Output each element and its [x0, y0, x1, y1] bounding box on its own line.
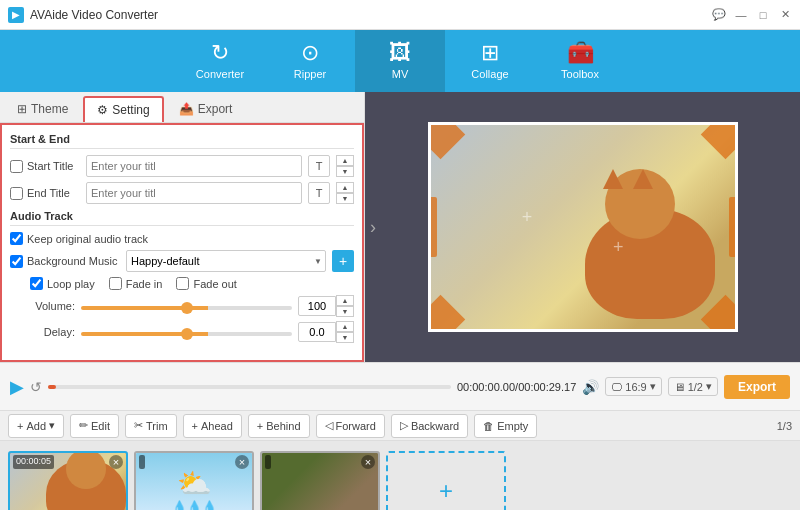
edit-btn[interactable]: ✏ Edit: [70, 414, 119, 438]
background-music-label: Background Music: [10, 255, 120, 268]
export-button[interactable]: Export: [724, 375, 790, 399]
keep-original-checkbox[interactable]: [10, 232, 23, 245]
volume-value: 100: [298, 296, 336, 316]
side-decoration-left: [431, 197, 437, 257]
keep-original-row: Keep original audio track: [10, 232, 354, 245]
ahead-icon: +: [192, 420, 198, 432]
window-minimize-btn[interactable]: —: [734, 8, 748, 22]
end-title-input[interactable]: [86, 182, 302, 204]
empty-btn[interactable]: 🗑 Empty: [474, 414, 537, 438]
audio-track-title: Audio Track: [10, 210, 354, 226]
delay-slider[interactable]: [81, 332, 292, 336]
clip1-close-btn[interactable]: ×: [109, 455, 123, 469]
ahead-btn[interactable]: + Ahead: [183, 414, 242, 438]
nav-collage-label: Collage: [471, 68, 508, 80]
tab-theme[interactable]: ⊞ Theme: [4, 96, 81, 122]
end-title-checkbox[interactable]: [10, 187, 23, 200]
film-clip-1[interactable]: 00:00:05 × ▶ ✂ ⚙: [8, 451, 128, 511]
corner-decoration-bl: [431, 295, 465, 329]
time-current: 00:00:00.00: [457, 381, 515, 393]
timeline-toolbar: + Add ▾ ✏ Edit ✂ Trim + Ahead + Behind ◁…: [0, 410, 800, 440]
volume-icon[interactable]: 🔊: [582, 379, 599, 395]
add-icon: +: [17, 420, 23, 432]
fade-out-label: Fade out: [176, 277, 236, 290]
cat-figure: [565, 169, 725, 319]
preview-arrow[interactable]: ›: [370, 217, 376, 238]
collage-icon: ⊞: [481, 42, 499, 64]
behind-btn[interactable]: + Behind: [248, 414, 310, 438]
setting-tab-icon: ⚙: [97, 103, 108, 117]
add-btn[interactable]: + Add ▾: [8, 414, 64, 438]
replay-button[interactable]: ↺: [30, 379, 42, 395]
window-comment-btn[interactable]: 💬: [712, 8, 726, 22]
clip2-duration: [139, 455, 145, 469]
theme-tab-icon: ⊞: [17, 102, 27, 116]
music-dropdown[interactable]: Happy-default None Custom: [126, 250, 326, 272]
clip2-top: ×: [136, 453, 252, 471]
nav-mv-label: MV: [392, 68, 409, 80]
end-title-format-btn[interactable]: T: [308, 182, 330, 204]
film-clip-2[interactable]: ⛅ 💧💧💧 ×: [134, 451, 254, 511]
play-button[interactable]: ▶: [10, 376, 24, 398]
nav-collage[interactable]: ⊞ Collage: [445, 30, 535, 92]
music-add-btn[interactable]: +: [332, 250, 354, 272]
clip1-top: 00:00:05 ×: [10, 453, 126, 471]
end-title-up-btn[interactable]: ▲: [336, 182, 354, 193]
delay-value: 0.0: [298, 322, 336, 342]
delay-label: Delay:: [20, 326, 75, 338]
film-add-clip[interactable]: +: [386, 451, 506, 511]
volume-slider-wrap: [81, 299, 292, 313]
loop-play-label: Loop play: [30, 277, 95, 290]
clip3-duration: [265, 455, 271, 469]
trim-btn[interactable]: ✂ Trim: [125, 414, 177, 438]
time-total: 00:00:29.17: [518, 381, 576, 393]
nav-converter[interactable]: ↻ Converter: [175, 30, 265, 92]
quality-value: 1/2: [688, 381, 703, 393]
film-clip-3[interactable]: ×: [260, 451, 380, 511]
fade-in-checkbox[interactable]: [109, 277, 122, 290]
volume-down-btn[interactable]: ▼: [336, 306, 354, 317]
nav-ripper[interactable]: ⊙ Ripper: [265, 30, 355, 92]
background-music-checkbox[interactable]: [10, 255, 23, 268]
start-title-input[interactable]: [86, 155, 302, 177]
window-maximize-btn[interactable]: □: [756, 8, 770, 22]
fade-out-checkbox[interactable]: [176, 277, 189, 290]
mv-icon: 🖼: [389, 42, 411, 64]
tab-export[interactable]: 📤 Export: [166, 96, 246, 122]
audio-options-row: Loop play Fade in Fade out: [10, 277, 354, 290]
nav-toolbox[interactable]: 🧰 Toolbox: [535, 30, 625, 92]
start-title-up-btn[interactable]: ▲: [336, 155, 354, 166]
quality-chevron: ▾: [706, 380, 712, 393]
volume-up-btn[interactable]: ▲: [336, 295, 354, 306]
delay-arrows: ▲ ▼: [336, 321, 354, 343]
progress-track[interactable]: [48, 385, 451, 389]
quality-selector[interactable]: 🖥 1/2 ▾: [668, 377, 718, 396]
nav-mv[interactable]: 🖼 MV: [355, 30, 445, 92]
right-panel: ›: [365, 92, 800, 362]
nav-converter-label: Converter: [196, 68, 244, 80]
delay-up-btn[interactable]: ▲: [336, 321, 354, 332]
clip2-close-btn[interactable]: ×: [235, 455, 249, 469]
forward-btn[interactable]: ◁ Forward: [316, 414, 385, 438]
backward-btn[interactable]: ▷ Backward: [391, 414, 468, 438]
window-close-btn[interactable]: ✕: [778, 8, 792, 22]
end-title-label: End Title: [10, 187, 80, 200]
loop-play-checkbox[interactable]: [30, 277, 43, 290]
delay-down-btn[interactable]: ▼: [336, 332, 354, 343]
start-end-title: Start & End: [10, 133, 354, 149]
app-title: AVAide Video Converter: [30, 8, 712, 22]
background-music-row: Background Music Happy-default None Cust…: [10, 250, 354, 272]
end-title-down-btn[interactable]: ▼: [336, 193, 354, 204]
tab-setting[interactable]: ⚙ Setting: [83, 96, 163, 122]
empty-icon: 🗑: [483, 420, 494, 432]
start-title-down-btn[interactable]: ▼: [336, 166, 354, 177]
start-title-format-btn[interactable]: T: [308, 155, 330, 177]
preview-image: + +: [431, 125, 735, 329]
volume-slider[interactable]: [81, 306, 292, 310]
left-panel: ⊞ Theme ⚙ Setting 📤 Export Start & End S…: [0, 92, 365, 362]
volume-row: Volume: 100 ▲ ▼: [10, 295, 354, 317]
clip3-close-btn[interactable]: ×: [361, 455, 375, 469]
quality-icon: 🖥: [674, 381, 685, 393]
aspect-ratio-selector[interactable]: 🖵 16:9 ▾: [605, 377, 661, 396]
start-title-checkbox[interactable]: [10, 160, 23, 173]
